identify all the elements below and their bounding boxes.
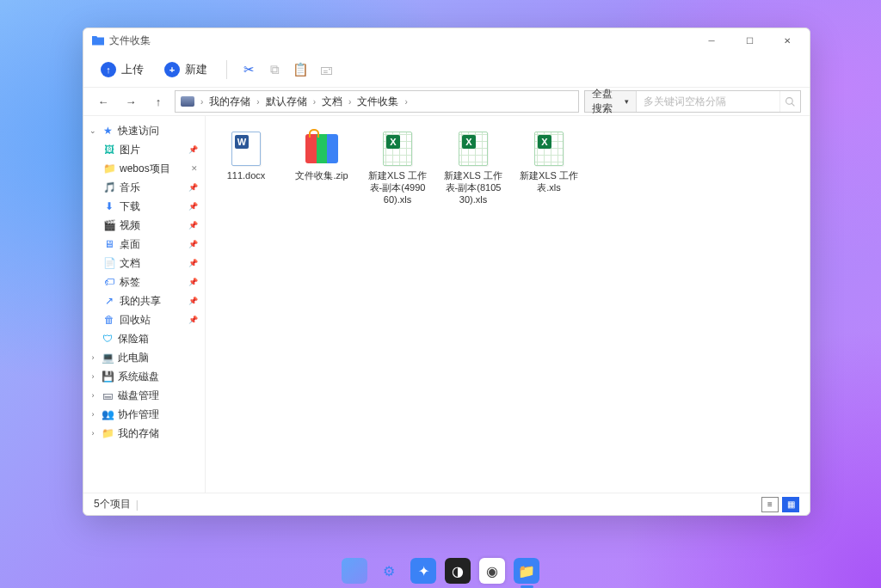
minimize-button[interactable]: ─ xyxy=(693,28,730,52)
breadcrumb-0[interactable]: 我的存储 xyxy=(206,93,254,111)
chevron-right-icon: › xyxy=(89,410,97,419)
item-icon: 📁 xyxy=(102,162,116,175)
file-item[interactable]: 新建XLS 工作表.xls xyxy=(517,128,581,208)
up-button[interactable]: ↑ xyxy=(147,90,169,113)
sidebar-root-3[interactable]: ›🖴磁盘管理 xyxy=(83,386,205,405)
sidebar-root-4[interactable]: ›👥协作管理 xyxy=(83,405,205,424)
sidebar-item-7[interactable]: 🏷标签📌 xyxy=(83,273,205,291)
file-grid[interactable]: 111.docx文件收集.zip新建XLS 工作表-副本(499060).xls… xyxy=(206,116,810,493)
status-bar: 5个项目 | ≡ ▦ xyxy=(83,493,810,515)
breadcrumb-3[interactable]: 文件收集 xyxy=(354,93,402,111)
sidebar-item-8[interactable]: ↗我的共享📌 xyxy=(83,291,205,310)
view-list-button[interactable]: ≡ xyxy=(761,497,779,512)
plus-icon: + xyxy=(164,62,180,77)
sidebar-item-3[interactable]: ⬇下载📌 xyxy=(83,197,205,216)
breadcrumb-1[interactable]: 默认存储 xyxy=(262,93,311,111)
sidebar-item-4[interactable]: 🎬视频📌 xyxy=(83,216,205,235)
pin-icon[interactable]: 📌 xyxy=(188,278,198,286)
file-name: 新建XLS 工作表-副本(499060).xls xyxy=(368,170,427,205)
item-icon: 📄 xyxy=(102,256,116,270)
pin-icon[interactable]: 📌 xyxy=(188,315,198,324)
sidebar-root-5[interactable]: ›📁我的存储 xyxy=(83,424,205,443)
copy-icon[interactable]: ⧉ xyxy=(263,58,286,81)
pin-icon[interactable]: 📌 xyxy=(188,297,198,305)
window-title: 文件收集 xyxy=(109,34,151,48)
file-name: 新建XLS 工作表-副本(810530).xls xyxy=(444,170,502,205)
titlebar[interactable]: 文件收集 ─ ☐ ✕ xyxy=(83,28,810,52)
maximize-button[interactable]: ☐ xyxy=(730,28,768,52)
taskbar-explorer-icon[interactable]: 📁 xyxy=(514,558,539,584)
pin-icon[interactable]: 📌 xyxy=(188,202,198,211)
root-icon: 🛡 xyxy=(101,332,114,346)
sidebar-root-0[interactable]: 🛡保险箱 xyxy=(83,329,205,348)
address-bar[interactable]: › 我的存储 › 默认存储 › 文档 › 文件收集 › xyxy=(175,90,579,113)
root-icon: 💾 xyxy=(101,370,114,383)
file-item[interactable]: 111.docx xyxy=(214,128,278,208)
sidebar-item-0[interactable]: 🖼图片📌 xyxy=(83,140,205,159)
root-icon: 📁 xyxy=(101,426,114,440)
sidebar-root-1[interactable]: ›💻此电脑 xyxy=(83,348,205,367)
sidebar-quick-access[interactable]: ⌄ ★ 快速访问 xyxy=(83,121,205,140)
search-scope-dropdown[interactable]: 全盘搜索 ▾ xyxy=(585,91,637,112)
breadcrumb-2[interactable]: 文档 xyxy=(318,93,346,111)
pin-icon[interactable]: 📌 xyxy=(188,221,198,230)
item-icon: 🎵 xyxy=(102,181,116,194)
file-item[interactable]: 新建XLS 工作表-副本(810530).xls xyxy=(441,128,505,208)
item-icon: 🎬 xyxy=(102,218,116,232)
upload-icon: ↑ xyxy=(101,62,116,77)
svg-point-0 xyxy=(786,97,793,104)
xls-icon xyxy=(455,131,491,167)
chevron-down-icon: ⌄ xyxy=(89,126,97,135)
cut-icon[interactable]: ✂ xyxy=(237,58,260,81)
search-icon[interactable] xyxy=(779,91,800,112)
pin-icon[interactable]: ✕ xyxy=(191,164,198,173)
chevron-right-icon: › xyxy=(89,391,97,400)
separator xyxy=(226,60,227,79)
file-name: 111.docx xyxy=(227,170,266,182)
start-button[interactable] xyxy=(342,558,367,584)
folder-icon xyxy=(92,36,104,46)
close-button[interactable]: ✕ xyxy=(768,28,806,52)
root-icon: 👥 xyxy=(101,407,114,421)
file-item[interactable]: 新建XLS 工作表-副本(499060).xls xyxy=(366,128,429,208)
forward-button[interactable]: → xyxy=(120,90,142,113)
pin-icon[interactable]: 📌 xyxy=(188,240,198,248)
sidebar-item-9[interactable]: 🗑回收站📌 xyxy=(83,310,205,329)
item-icon: ↗ xyxy=(102,294,116,308)
taskbar: ⚙ ✦ ◑ ◉ 📁 xyxy=(0,554,881,588)
item-icon: 🏷 xyxy=(102,275,116,289)
sidebar-item-6[interactable]: 📄文档📌 xyxy=(83,254,205,273)
pin-icon[interactable]: 📌 xyxy=(188,145,198,154)
zip-icon xyxy=(304,131,340,167)
drive-icon xyxy=(181,96,194,107)
chevron-right-icon: › xyxy=(89,429,97,438)
item-icon: 🗑 xyxy=(102,313,116,327)
xls-icon xyxy=(531,131,567,167)
paste-icon[interactable]: 📋 xyxy=(289,58,311,81)
sidebar-item-5[interactable]: 🖥桌面📌 xyxy=(83,235,205,254)
root-icon: 🖴 xyxy=(101,389,114,402)
chevron-down-icon: ▾ xyxy=(625,97,629,106)
search-box: 全盘搜索 ▾ xyxy=(584,90,801,113)
pin-icon[interactable]: 📌 xyxy=(188,183,198,192)
search-input[interactable] xyxy=(637,95,779,107)
file-item[interactable]: 文件收集.zip xyxy=(290,128,354,208)
sidebar-item-2[interactable]: 🎵音乐📌 xyxy=(83,178,205,197)
file-explorer-window: 文件收集 ─ ☐ ✕ ↑ 上传 + 新建 ✂ ⧉ 📋 🖃 ← → ↑ › 我的存… xyxy=(83,28,810,516)
taskbar-settings-icon[interactable]: ⚙ xyxy=(376,558,402,584)
new-button[interactable]: + 新建 xyxy=(156,58,216,82)
file-name: 新建XLS 工作表.xls xyxy=(520,170,578,194)
upload-button[interactable]: ↑ 上传 xyxy=(92,58,152,82)
sidebar-root-2[interactable]: ›💾系统磁盘 xyxy=(83,367,205,386)
taskbar-browser-icon[interactable]: ✦ xyxy=(410,558,436,584)
back-button[interactable]: ← xyxy=(92,90,114,113)
sidebar-item-1[interactable]: 📁webos项目✕ xyxy=(83,159,205,178)
pin-icon[interactable]: 📌 xyxy=(188,259,198,267)
taskbar-activity-icon[interactable]: ◉ xyxy=(479,558,505,584)
doc-icon xyxy=(228,131,264,167)
svg-line-1 xyxy=(792,103,794,106)
taskbar-terminal-icon[interactable]: ◑ xyxy=(445,558,471,584)
root-icon: 💻 xyxy=(101,351,114,364)
stamp-icon[interactable]: 🖃 xyxy=(315,58,337,81)
view-grid-button[interactable]: ▦ xyxy=(782,497,799,512)
